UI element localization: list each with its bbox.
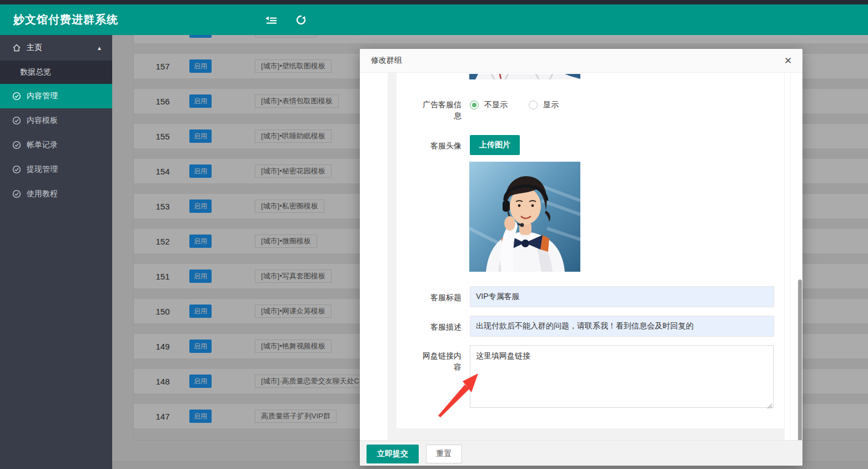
radio-show[interactable] [529,101,538,109]
radio-hide-label[interactable]: 不显示 [484,100,508,110]
avatar-label: 客服头像 [406,140,461,151]
app-header: 妙文馆付费进群系统 [0,4,868,35]
service-title-input[interactable] [470,286,774,307]
close-icon[interactable]: ✕ [781,54,795,68]
modal-inner-divider [790,73,791,440]
ad-service-label: 广告客服信息 [418,99,461,121]
modal-scrollbar-thumb[interactable] [798,280,802,440]
check-circle-icon [12,92,21,101]
sidebar-item-label: 主页 [27,43,42,53]
upload-image-button[interactable]: 上传图片 [470,135,520,155]
sidebar-item-label: 内容模板 [27,116,58,126]
sidebar-item-label: 数据总览 [20,67,51,77]
edit-group-form: 广告客服信息 不显示 显示 客服头像 上传图片 [396,73,785,429]
radio-show-label[interactable]: 显示 [543,100,559,110]
window-top-strip [0,0,868,4]
sidebar-item-content-template[interactable]: 内容模板 [0,108,112,133]
app-title: 妙文馆付费进群系统 [13,12,118,27]
submit-button[interactable]: 立即提交 [367,445,419,463]
modal-titlebar: 修改群组 ✕ [360,49,802,73]
modal-body: 广告客服信息 不显示 显示 客服头像 上传图片 [360,73,802,440]
netdisk-label: 网盘链接内容 [418,350,461,372]
modal-title: 修改群组 [371,56,402,66]
app-window: 妙文馆付费进群系统 主页 ▲ 数据总览 [0,0,868,469]
reset-button[interactable]: 重置 [426,445,462,463]
ad-service-radio-group: 不显示 显示 [470,99,559,111]
sidebar: 主页 ▲ 数据总览 内容管理 内容模板 帐单记录 [0,35,112,469]
clipped-photo-fragment [469,73,580,79]
sidebar-item-label: 内容管理 [27,91,58,101]
sidebar-item-withdraw-manage[interactable]: 提现管理 [0,157,112,182]
netdisk-textarea[interactable]: 这里填网盘链接 [470,345,774,408]
check-circle-icon [12,189,21,198]
check-circle-icon [12,141,21,149]
content-region: 157启用[城市]•壁纸取图模板156启用[城市]•表情包取图模板155启用[城… [112,35,868,469]
home-icon [12,43,21,52]
edit-group-modal: 修改群组 ✕ [360,49,802,466]
chevron-up-icon: ▲ [97,45,102,51]
check-circle-icon [12,165,21,174]
refresh-icon[interactable] [293,12,309,28]
sidebar-item-data-overview[interactable]: 数据总览 [0,61,112,84]
sidebar-item-bill-records[interactable]: 帐单记录 [0,133,112,157]
sidebar-item-content-manage[interactable]: 内容管理 [0,84,112,108]
sidebar-item-usage-tutorial[interactable]: 使用教程 [0,182,112,206]
sidebar-item-home[interactable]: 主页 ▲ [0,35,112,61]
customer-service-photo [469,162,580,272]
check-circle-icon [12,116,21,125]
service-desc-input[interactable] [470,316,774,337]
sidebar-item-label: 使用教程 [27,189,58,199]
sidebar-item-label: 提现管理 [27,164,58,174]
radio-hide[interactable] [470,101,479,109]
service-title-label: 客服标题 [406,292,461,303]
modal-footer: 立即提交 重置 [360,440,802,466]
sidebar-item-label: 帐单记录 [27,140,58,150]
service-desc-label: 客服描述 [406,321,461,332]
collapse-menu-icon[interactable] [263,12,279,28]
